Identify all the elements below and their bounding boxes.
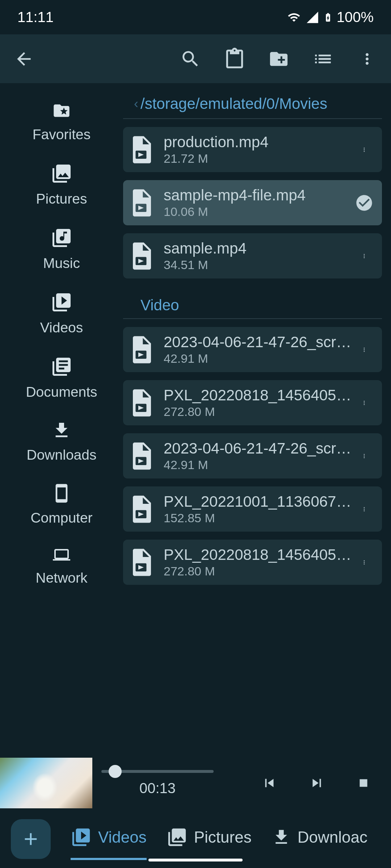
file-more-button[interactable] <box>354 248 374 264</box>
sidebar-item-network[interactable]: Network <box>0 539 123 599</box>
search-icon <box>180 48 201 69</box>
sidebar-item-label: Network <box>35 570 87 586</box>
stop-icon[interactable] <box>356 775 371 791</box>
file-row[interactable]: sample-mp4-file.mp410.06 M <box>123 180 382 225</box>
add-button[interactable] <box>11 819 51 859</box>
list-icon <box>312 48 333 69</box>
tab-label: Pictures <box>194 828 252 846</box>
app-bar <box>0 34 391 83</box>
file-name: PXL_20220818_145640540.m… <box>164 546 354 563</box>
tab-label: Downloac <box>298 828 367 846</box>
signal-icon <box>306 10 319 24</box>
search-button[interactable] <box>177 46 203 72</box>
tab-label: Videos <box>98 828 147 846</box>
sidebar-item-label: Documents <box>26 384 97 400</box>
image-stack-icon <box>167 827 188 848</box>
video-file-icon <box>131 495 153 523</box>
file-more-button[interactable] <box>354 555 374 570</box>
sidebar-item-label: Videos <box>40 320 83 336</box>
sidebar: Favorites Pictures Music Videos Document… <box>0 83 123 756</box>
file-row[interactable]: 2023-04-06-21-47-26_screenR…42.91 M <box>123 433 382 478</box>
breadcrumb[interactable]: ‹ /storage/emulated/0/Movies <box>123 92 382 119</box>
skip-previous-icon[interactable] <box>261 775 278 791</box>
file-name: PXL_20220818_145640540.m… <box>164 387 354 404</box>
section-header: Video <box>123 286 382 319</box>
file-size: 42.91 M <box>164 458 354 472</box>
nav-indicator <box>148 859 243 861</box>
sidebar-item-pictures[interactable]: Pictures <box>0 156 123 220</box>
video-file-icon <box>131 389 153 417</box>
file-more-button[interactable] <box>354 502 374 517</box>
sidebar-item-videos[interactable]: Videos <box>0 284 123 349</box>
folder-plus-icon <box>268 48 289 69</box>
file-row[interactable]: PXL_20221001_113606730.m…152.85 M <box>123 486 382 532</box>
file-size: 272.80 M <box>164 405 354 419</box>
sidebar-item-label: Computer <box>30 510 92 526</box>
seek-bar[interactable] <box>101 770 214 773</box>
video-file-icon <box>131 336 153 363</box>
file-more-button[interactable] <box>354 448 374 464</box>
overflow-menu-button[interactable] <box>354 46 380 72</box>
file-more-button[interactable] <box>354 342 374 357</box>
video-stack-icon <box>51 292 72 313</box>
path-text: /storage/emulated/0/Movies <box>140 95 327 112</box>
file-name: PXL_20221001_113606730.m… <box>164 493 354 510</box>
phone-icon <box>51 483 72 503</box>
file-row[interactable]: PXL_20220818_145640540.m…272.80 M <box>123 380 382 425</box>
file-size: 21.72 M <box>164 152 354 166</box>
seek-thumb[interactable] <box>109 765 122 778</box>
selected-check-icon[interactable] <box>354 193 374 212</box>
video-file-icon <box>131 549 153 576</box>
folder-star-icon <box>50 101 73 120</box>
sidebar-item-favorites[interactable]: Favorites <box>0 94 123 156</box>
skip-next-icon[interactable] <box>308 775 325 791</box>
file-row[interactable]: PXL_20220818_145640540.m…272.80 M <box>123 540 382 585</box>
sidebar-item-label: Pictures <box>36 191 87 207</box>
file-name: 2023-04-06-21-47-26_screenR… <box>164 333 354 351</box>
more-vert-icon <box>358 50 376 68</box>
tab-pictures[interactable]: Pictures <box>167 827 252 851</box>
file-more-button[interactable] <box>354 395 374 410</box>
sidebar-item-documents[interactable]: Documents <box>0 349 123 413</box>
battery-percent: 100% <box>337 9 374 25</box>
video-file-icon <box>131 442 153 470</box>
sidebar-item-label: Favorites <box>33 127 91 142</box>
file-more-button[interactable] <box>354 142 374 157</box>
file-row[interactable]: sample.mp434.51 M <box>123 233 382 278</box>
download-icon <box>51 420 72 441</box>
file-size: 42.91 M <box>164 352 354 366</box>
playback-time: 00:13 <box>101 780 214 796</box>
file-name: sample.mp4 <box>164 240 354 257</box>
plus-icon <box>21 829 41 849</box>
laptop-icon <box>50 546 73 563</box>
sidebar-item-music[interactable]: Music <box>0 220 123 284</box>
player-thumbnail[interactable] <box>0 758 92 808</box>
file-size: 34.51 M <box>164 258 354 272</box>
sidebar-item-label: Downloads <box>27 447 97 463</box>
status-time: 11:11 <box>17 9 54 25</box>
status-bar: 11:11 100% <box>0 0 391 34</box>
document-stack-icon <box>51 356 72 378</box>
image-stack-icon <box>51 163 72 184</box>
sidebar-item-computer[interactable]: Computer <box>0 476 123 539</box>
wifi-icon <box>286 11 302 24</box>
video-file-icon <box>131 242 153 270</box>
mini-player: 00:13 <box>0 756 391 810</box>
sidebar-item-label: Music <box>43 255 80 271</box>
file-row[interactable]: 2023-04-06-21-47-26_screenR…42.91 M <box>123 327 382 372</box>
sidebar-item-downloads[interactable]: Downloads <box>0 413 123 476</box>
view-list-button[interactable] <box>310 46 336 72</box>
tab-downloads[interactable]: Downloac <box>272 827 367 851</box>
file-size: 152.85 M <box>164 511 354 525</box>
file-size: 10.06 M <box>164 205 354 219</box>
music-stack-icon <box>51 227 72 249</box>
file-row[interactable]: production.mp421.72 M <box>123 127 382 172</box>
file-size: 272.80 M <box>164 564 354 578</box>
clipboard-button[interactable] <box>222 46 248 72</box>
clipboard-icon <box>223 48 246 70</box>
video-file-icon <box>131 136 153 163</box>
tab-videos[interactable]: Videos <box>71 818 147 860</box>
new-folder-button[interactable] <box>266 46 292 72</box>
back-button[interactable] <box>11 46 37 72</box>
arrow-left-icon <box>14 49 34 69</box>
